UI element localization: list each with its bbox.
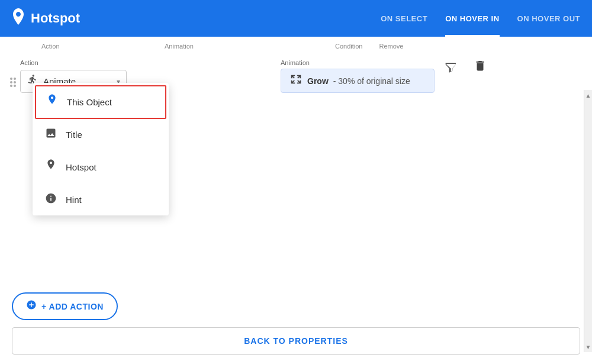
add-action-label: + ADD ACTION	[41, 302, 104, 311]
dropdown-item-title[interactable]: Title	[33, 119, 169, 150]
header: Hotspot ON SELECT ON HOVER IN ON HOVER O…	[0, 0, 592, 37]
pin-icon	[12, 8, 25, 28]
svg-point-3	[14, 81, 16, 83]
dropdown-item-hotspot[interactable]: Hotspot	[33, 150, 169, 184]
dropdown-item-this-object[interactable]: This Object	[35, 85, 166, 119]
dropdown-item-hotspot-label: Hotspot	[66, 162, 96, 172]
tab-on-hover-in[interactable]: ON HOVER IN	[445, 0, 499, 37]
pin-gray-icon	[44, 159, 57, 176]
tab-on-hover-out[interactable]: ON HOVER OUT	[517, 0, 580, 37]
dropdown-item-hint-label: Hint	[66, 195, 82, 205]
header-tabs: ON SELECT ON HOVER IN ON HOVER OUT	[381, 0, 580, 37]
action-row: Action Animate ▾ This Obje	[0, 50, 592, 93]
drag-handle[interactable]	[6, 72, 20, 92]
svg-point-2	[10, 81, 12, 83]
dropdown-menu: This Object Title Hotspot	[33, 83, 169, 215]
animation-section: Animation Grow - 30% of original size	[281, 59, 435, 93]
dropdown-item-title-label: Title	[66, 130, 82, 140]
grow-icon	[289, 73, 303, 89]
col-condition-label: Condition	[335, 43, 362, 50]
svg-point-5	[14, 85, 16, 87]
delete-icon[interactable]	[474, 59, 487, 78]
animation-label: Animation	[281, 59, 435, 66]
header-logo: Hotspot	[12, 8, 80, 28]
back-to-properties-label: BACK TO PROPERTIES	[244, 336, 348, 346]
main-content: Action Animation Condition Remove Action	[0, 37, 592, 364]
back-to-properties-button[interactable]: BACK TO PROPERTIES	[12, 327, 580, 355]
column-headers: Action Animation Condition Remove	[0, 37, 592, 50]
tab-on-select[interactable]: ON SELECT	[381, 0, 427, 37]
image-icon	[44, 127, 57, 142]
pin-blue-icon	[46, 94, 59, 111]
svg-point-1	[14, 78, 16, 80]
col-animation-label: Animation	[165, 43, 330, 50]
meta-section	[444, 59, 487, 79]
plus-icon	[26, 299, 37, 313]
scroll-up-button[interactable]: ▲	[584, 90, 592, 101]
condition-icon[interactable]	[444, 61, 459, 78]
add-action-button[interactable]: + ADD ACTION	[12, 292, 118, 320]
col-action-label: Action	[41, 43, 160, 50]
bottom-area: + ADD ACTION BACK TO PROPERTIES	[0, 285, 592, 364]
app-title: Hotspot	[31, 11, 80, 26]
action-label: Action	[20, 59, 127, 66]
svg-point-4	[10, 85, 12, 87]
svg-point-0	[10, 78, 12, 80]
col-remove-label: Remove	[379, 43, 403, 50]
animation-pill[interactable]: Grow - 30% of original size	[281, 69, 435, 93]
dropdown-item-hint[interactable]: Hint	[33, 184, 169, 215]
animation-detail: - 30% of original size	[333, 76, 410, 86]
animation-value: Grow	[307, 76, 329, 86]
info-icon	[44, 192, 57, 207]
dropdown-item-this-object-label: This Object	[67, 97, 112, 107]
